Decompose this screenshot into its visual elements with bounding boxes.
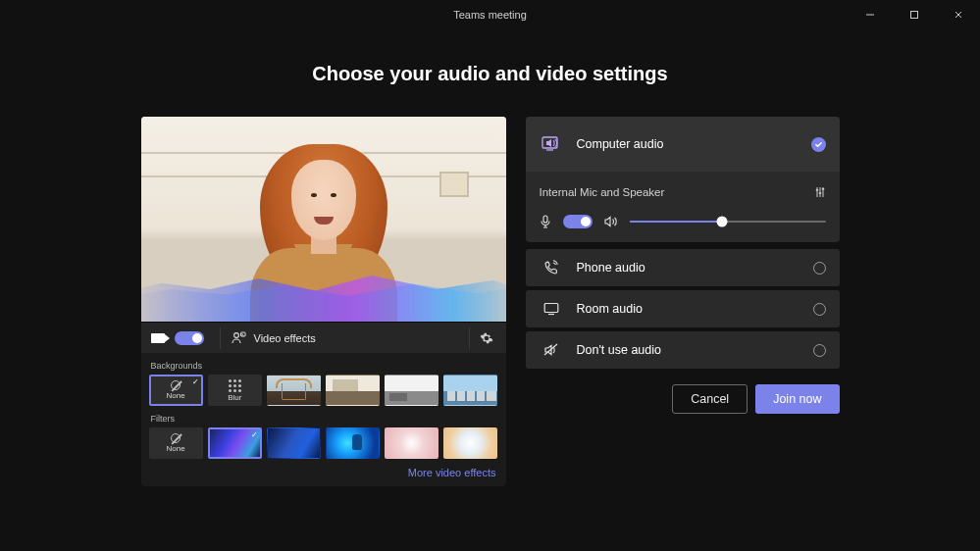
background-none[interactable]: ✓ None (149, 375, 203, 406)
prohibit-icon (171, 433, 181, 443)
radio-unselected-icon (813, 344, 826, 357)
radio-unselected-icon (813, 303, 826, 316)
no-audio-icon (540, 343, 563, 357)
svg-rect-8 (543, 216, 547, 223)
background-option-2[interactable] (326, 375, 380, 406)
audio-option-phone[interactable]: Phone audio (526, 249, 840, 286)
video-effects-panel: Backgrounds ✓ None Blur Filters (141, 353, 506, 486)
blur-icon (229, 379, 241, 392)
device-settings-button[interactable] (469, 327, 496, 349)
more-video-effects-link[interactable]: More video effects (149, 467, 496, 478)
audio-option-computer[interactable]: Computer audio (526, 117, 840, 172)
volume-slider[interactable] (630, 221, 826, 223)
audio-option-label: Computer audio (577, 137, 811, 151)
sliders-icon (814, 186, 826, 198)
backgrounds-row: ✓ None Blur (149, 375, 498, 406)
svg-rect-0 (910, 12, 917, 19)
svg-rect-7 (821, 188, 823, 190)
audio-option-label: Phone audio (577, 261, 813, 275)
microphone-icon (540, 215, 551, 228)
maximize-button[interactable] (892, 0, 936, 29)
video-preview (141, 117, 506, 322)
speaker-icon (604, 216, 618, 227)
page-title: Choose your audio and video settings (0, 63, 980, 85)
filter-option-1[interactable]: ✓ (208, 427, 262, 459)
phone-audio-icon (540, 260, 563, 276)
svg-rect-6 (818, 192, 820, 194)
selected-check-icon (811, 137, 826, 152)
minimize-button[interactable] (848, 0, 892, 29)
title-bar: Teams meeting (0, 0, 980, 29)
window-controls (848, 0, 980, 29)
prohibit-icon (171, 380, 181, 390)
filter-option-3[interactable] (326, 427, 380, 459)
window-title: Teams meeting (453, 9, 527, 21)
audio-device-settings-button[interactable] (814, 186, 826, 198)
filter-option-5[interactable] (443, 427, 497, 459)
svg-rect-5 (815, 189, 817, 191)
microphone-toggle[interactable] (563, 215, 593, 228)
join-now-button[interactable]: Join now (755, 384, 839, 414)
check-icon: ✓ (192, 377, 199, 386)
background-option-4[interactable] (443, 375, 497, 406)
audio-option-label: Room audio (577, 302, 813, 316)
gear-icon (480, 331, 493, 345)
room-audio-icon (540, 302, 563, 316)
audio-option-label: Don't use audio (577, 343, 813, 357)
background-effects-icon (231, 331, 246, 345)
background-option-1[interactable] (267, 375, 321, 406)
background-blur[interactable]: Blur (208, 375, 262, 406)
computer-audio-settings: Internal Mic and Speaker (526, 172, 840, 242)
camera-icon (151, 333, 165, 343)
filters-section-label: Filters (151, 414, 498, 424)
audio-option-room[interactable]: Room audio (526, 290, 840, 327)
check-icon: ✓ (251, 430, 258, 439)
filter-none[interactable]: None (149, 427, 203, 459)
svg-point-1 (233, 332, 238, 337)
audio-device-label: Internal Mic and Speaker (540, 186, 665, 198)
backgrounds-section-label: Backgrounds (151, 361, 498, 371)
radio-unselected-icon (813, 262, 826, 275)
audio-option-none[interactable]: Don't use audio (526, 331, 840, 369)
camera-toggle[interactable] (175, 331, 204, 345)
background-option-3[interactable] (385, 375, 438, 406)
filter-option-2[interactable] (267, 427, 321, 459)
computer-audio-icon (540, 135, 563, 153)
video-effects-button[interactable]: Video effects (254, 332, 316, 344)
cancel-button[interactable]: Cancel (672, 384, 748, 414)
svg-rect-9 (544, 304, 558, 313)
footer-buttons: Cancel Join now (526, 384, 840, 414)
close-button[interactable] (936, 0, 980, 29)
filter-option-4[interactable] (385, 427, 438, 459)
video-toolbar: Video effects (141, 322, 506, 353)
filters-row: None ✓ (149, 427, 498, 459)
